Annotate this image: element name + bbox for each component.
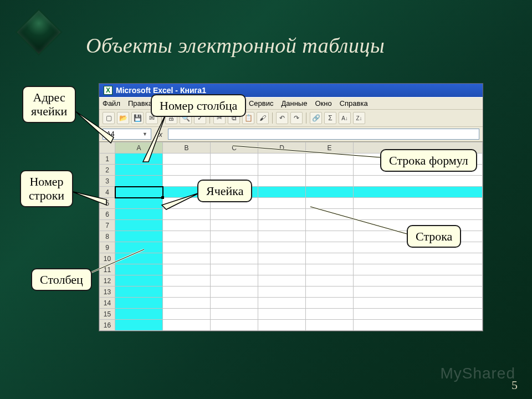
callout-row: Строка <box>407 225 461 248</box>
svg-line-5 <box>233 146 380 157</box>
callout-column: Столбец <box>31 268 92 291</box>
svg-line-9 <box>83 249 144 276</box>
callout-cell: Ячейка <box>197 180 252 202</box>
svg-marker-3 <box>162 193 200 209</box>
callout-column-number: Номер столбца <box>151 94 246 117</box>
svg-marker-2 <box>71 191 106 205</box>
svg-marker-1 <box>143 113 166 162</box>
callout-row-number: Номерстроки <box>20 170 73 207</box>
callout-cell-address: Адресячейки <box>22 86 76 123</box>
callout-formula-bar: Строка формул <box>380 149 477 172</box>
svg-line-7 <box>310 207 407 234</box>
callout-pointer <box>0 0 532 399</box>
svg-marker-0 <box>75 111 114 143</box>
